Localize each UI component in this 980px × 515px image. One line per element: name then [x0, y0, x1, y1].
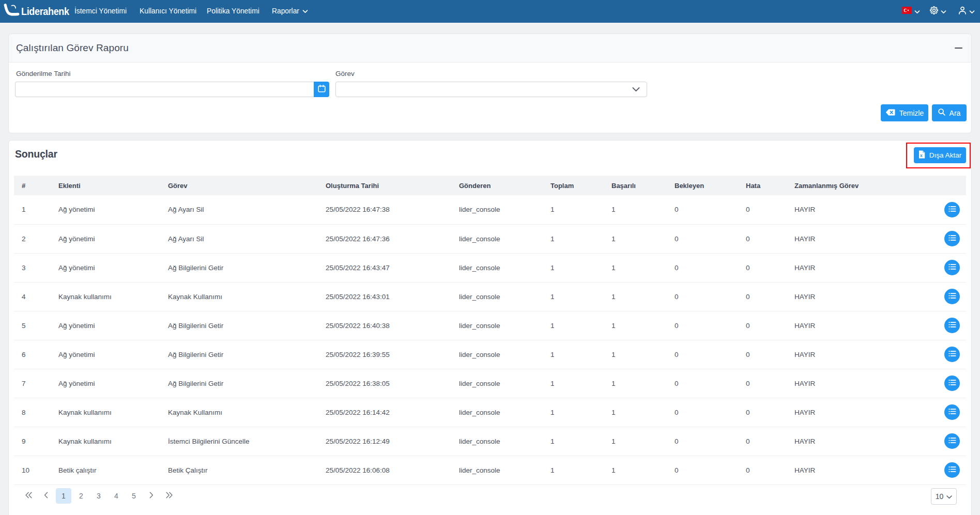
- user-menu[interactable]: [958, 0, 975, 23]
- table-cell: 0: [738, 311, 787, 340]
- table-row: 9Kaynak kullanımıİstemci Bilgilerini Gün…: [14, 427, 966, 456]
- nav-item-2[interactable]: Politika Yönetimi: [198, 0, 268, 23]
- row-action-cell: [938, 224, 966, 253]
- table-cell: lider_console: [451, 456, 543, 485]
- nav-item-1[interactable]: Kullanıcı Yönetimi: [131, 0, 205, 23]
- table-cell: 25/05/2022 16:43:47: [318, 253, 451, 282]
- page-first[interactable]: [21, 488, 36, 504]
- row-actions-button[interactable]: [944, 289, 960, 304]
- row-actions-button[interactable]: [944, 260, 960, 275]
- row-action-cell: [938, 340, 966, 369]
- brand[interactable]: Liderahenk: [0, 0, 75, 23]
- table-cell: 25/05/2022 16:40:38: [318, 311, 451, 340]
- row-actions-button[interactable]: [944, 462, 960, 478]
- row-action-cell: [938, 427, 966, 456]
- table-row: 10Betik çalıştırBetik Çalıştır25/05/2022…: [14, 456, 966, 485]
- table-cell: 6: [14, 340, 51, 369]
- page-prev[interactable]: [38, 488, 54, 504]
- table-cell: 5: [14, 311, 51, 340]
- column-header: [938, 176, 966, 195]
- export-button[interactable]: x Dışa Aktar: [914, 147, 966, 163]
- table-cell: HAYIR: [787, 282, 938, 311]
- table-cell: lider_console: [451, 195, 543, 224]
- clear-button[interactable]: Temizle: [881, 104, 928, 121]
- list-icon: [948, 408, 956, 416]
- list-icon: [948, 206, 956, 214]
- table-cell: lider_console: [451, 340, 543, 369]
- table-cell: 0: [738, 195, 787, 224]
- table-cell: Betik çalıştır: [51, 456, 160, 485]
- nav-item-label: Politika Yönetimi: [207, 0, 259, 23]
- search-button[interactable]: Ara: [932, 104, 967, 121]
- table-cell: HAYIR: [787, 369, 938, 398]
- gear-icon: [930, 6, 938, 17]
- search-icon: [938, 108, 945, 117]
- table-cell: 25/05/2022 16:12:49: [318, 427, 451, 456]
- table-cell: Ağ yönetimi: [51, 195, 160, 224]
- results-title: Sonuçlar: [15, 148, 57, 160]
- table-cell: 0: [667, 340, 738, 369]
- page-3[interactable]: 3: [91, 488, 106, 504]
- filter-card-body: Gönderilme Tarihi Görev: [9, 63, 971, 133]
- results-table: #EklentiGörevOluşturma TarihiGönderenTop…: [14, 176, 966, 485]
- table-cell: lider_console: [451, 427, 543, 456]
- clear-button-label: Temizle: [899, 109, 924, 117]
- table-cell: 1: [543, 282, 604, 311]
- page-5[interactable]: 5: [126, 488, 142, 504]
- table-cell: 1: [604, 398, 667, 427]
- row-actions-button[interactable]: [944, 433, 960, 449]
- date-input[interactable]: [15, 82, 314, 97]
- table-cell: 25/05/2022 16:14:42: [318, 398, 451, 427]
- table-cell: Ağ yönetimi: [51, 369, 160, 398]
- table-cell: HAYIR: [787, 398, 938, 427]
- table-cell: 1: [543, 456, 604, 485]
- nav-item-0[interactable]: İstemci Yönetimi: [66, 0, 135, 23]
- table-cell: lider_console: [451, 253, 543, 282]
- row-actions-button[interactable]: [944, 404, 960, 420]
- row-actions-button[interactable]: [944, 231, 960, 246]
- table-cell: HAYIR: [787, 340, 938, 369]
- filter-card-title: Çalıştırılan Görev Raporu: [16, 42, 129, 54]
- column-header: Oluşturma Tarihi: [318, 176, 451, 195]
- page-1[interactable]: 1: [56, 488, 71, 504]
- column-header: Başarılı: [604, 176, 667, 195]
- row-actions-button[interactable]: [944, 318, 960, 333]
- table-cell: Betik Çalıştır: [160, 456, 318, 485]
- row-actions-button[interactable]: [944, 376, 960, 391]
- row-action-cell: [938, 282, 966, 311]
- nav-item-label: Kullanıcı Yönetimi: [140, 0, 196, 23]
- table-cell: 1: [604, 311, 667, 340]
- table-cell: lider_console: [451, 311, 543, 340]
- chevron-down-icon: [969, 7, 975, 16]
- settings-menu[interactable]: [930, 0, 946, 23]
- column-header: #: [14, 176, 51, 195]
- table-cell: 0: [738, 427, 787, 456]
- column-header: Hata: [738, 176, 787, 195]
- nav-item-label: İstemci Yönetimi: [74, 0, 127, 23]
- page-last[interactable]: [161, 488, 177, 504]
- calendar-button[interactable]: [314, 82, 329, 97]
- language-menu[interactable]: [902, 0, 920, 23]
- task-select[interactable]: [335, 82, 647, 97]
- row-actions-button[interactable]: [944, 202, 960, 217]
- table-header: #EklentiGörevOluşturma TarihiGönderenTop…: [14, 176, 966, 195]
- table-cell: 0: [667, 195, 738, 224]
- list-icon: [948, 292, 956, 301]
- column-header: Eklenti: [51, 176, 160, 195]
- table-cell: 0: [667, 311, 738, 340]
- nav-item-3[interactable]: Raporlar: [264, 0, 316, 23]
- chevron-down-icon: [914, 7, 920, 16]
- table-cell: Ağ yönetimi: [51, 340, 160, 369]
- table-cell: 0: [738, 369, 787, 398]
- table-cell: Ağ Ayarı Sil: [160, 224, 318, 253]
- page-size-select[interactable]: 10: [931, 488, 957, 505]
- page-4[interactable]: 4: [109, 488, 124, 504]
- page-next[interactable]: [144, 488, 159, 504]
- table-cell: İstemci Bilgilerini Güncelle: [160, 427, 318, 456]
- page-2[interactable]: 2: [73, 488, 89, 504]
- collapse-icon[interactable]: [955, 48, 962, 49]
- table-cell: Kaynak kullanımı: [51, 282, 160, 311]
- table-cell: Ağ Ayarı Sil: [160, 195, 318, 224]
- row-actions-button[interactable]: [944, 347, 960, 362]
- turkish-flag-icon: [902, 7, 912, 16]
